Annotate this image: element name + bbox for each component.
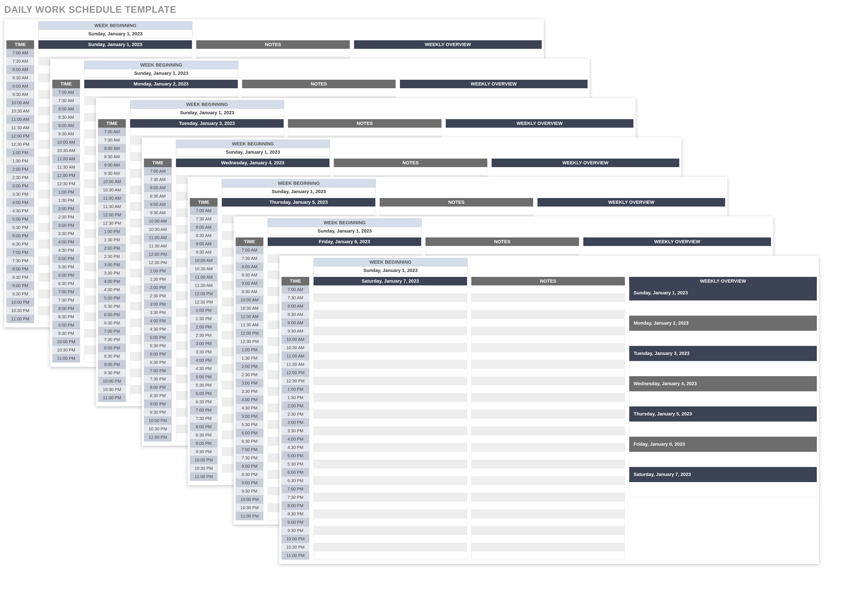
schedule-cell[interactable]: [313, 360, 467, 368]
schedule-cell[interactable]: [313, 435, 467, 443]
schedule-cell[interactable]: [176, 167, 329, 175]
schedule-cell[interactable]: [313, 452, 467, 460]
schedule-cell[interactable]: [313, 551, 467, 560]
schedule-cell[interactable]: [313, 285, 467, 294]
schedule-cell[interactable]: [313, 302, 467, 310]
overview-day[interactable]: Wednesday, January 4, 2023: [629, 376, 817, 392]
time-slot: 8:00 AM: [282, 302, 309, 310]
schedule-cell[interactable]: [313, 468, 467, 477]
col-header-notes: NOTES: [334, 158, 487, 167]
notes-cell[interactable]: [471, 360, 625, 368]
notes-cell[interactable]: [471, 327, 625, 335]
schedule-cell[interactable]: [313, 352, 467, 360]
schedule-cell[interactable]: [313, 343, 467, 352]
notes-cell[interactable]: [196, 49, 350, 57]
overview-day[interactable]: Friday, January 6, 2023: [629, 437, 817, 452]
schedule-cell[interactable]: [313, 427, 467, 435]
notes-cell[interactable]: [471, 319, 625, 327]
notes-cell[interactable]: [242, 88, 395, 97]
overview-day[interactable]: Tuesday, January 3, 2023: [629, 346, 817, 361]
notes-cell[interactable]: [471, 527, 625, 535]
time-column: 7:00 AM7:30 AM8:00 AM8:30 AM9:00 AM9:30 …: [190, 207, 217, 481]
schedule-cell[interactable]: [313, 319, 467, 327]
notes-cell[interactable]: [471, 418, 625, 427]
schedule-cell[interactable]: [313, 377, 467, 385]
schedule-cell[interactable]: [313, 294, 467, 302]
notes-cell[interactable]: [471, 551, 625, 560]
time-slot: 4:30 PM: [144, 325, 172, 333]
schedule-cell[interactable]: [313, 477, 467, 485]
schedule-cell[interactable]: [313, 310, 467, 319]
schedule-cell[interactable]: [222, 207, 375, 215]
notes-cell[interactable]: [471, 310, 625, 319]
schedule-cell[interactable]: [313, 543, 467, 551]
notes-cell[interactable]: [471, 477, 625, 485]
overview-day[interactable]: Saturday, January 7, 2023: [629, 467, 817, 482]
schedule-cell[interactable]: [313, 527, 467, 535]
notes-cell[interactable]: [471, 343, 625, 352]
notes-cell[interactable]: [471, 410, 625, 418]
overview-day[interactable]: Thursday, January 5, 2023: [629, 406, 817, 422]
notes-cell[interactable]: [471, 485, 625, 493]
schedule-cell[interactable]: [38, 49, 192, 57]
overview-day[interactable]: Sunday, January 1, 2023: [629, 285, 817, 301]
schedule-cell[interactable]: [267, 246, 421, 254]
col-header-notes: NOTES: [288, 119, 441, 128]
schedule-cell[interactable]: [313, 327, 467, 335]
notes-cell[interactable]: [471, 443, 625, 452]
notes-cell[interactable]: [471, 535, 625, 543]
notes-cell[interactable]: [471, 460, 625, 468]
time-slot: 7:30 AM: [144, 175, 172, 184]
notes-cell[interactable]: [471, 543, 625, 551]
schedule-cell[interactable]: [313, 393, 467, 402]
notes-cell[interactable]: [334, 167, 487, 175]
notes-cell[interactable]: [288, 128, 441, 136]
schedule-cell[interactable]: [313, 535, 467, 543]
notes-cell[interactable]: [471, 294, 625, 302]
time-slot: 6:30 PM: [282, 477, 309, 485]
time-slot: 8:00 AM: [190, 223, 217, 232]
notes-cell[interactable]: [471, 335, 625, 343]
notes-cell[interactable]: [471, 468, 625, 477]
schedule-cell[interactable]: [313, 443, 467, 452]
schedule-cell[interactable]: [313, 460, 467, 468]
schedule-cell[interactable]: [313, 502, 467, 510]
notes-cell[interactable]: [471, 518, 625, 527]
schedule-cell[interactable]: [313, 335, 467, 343]
notes-cell[interactable]: [471, 377, 625, 385]
notes-cell[interactable]: [471, 285, 625, 294]
notes-cell[interactable]: [426, 246, 579, 254]
col-header-time: TIME: [52, 80, 80, 88]
overview-column: Sunday, January 1, 2023Monday, January 2…: [629, 285, 817, 560]
schedule-cell[interactable]: [313, 493, 467, 502]
overview-day[interactable]: Monday, January 2, 2023: [629, 316, 817, 331]
notes-cell[interactable]: [471, 435, 625, 443]
notes-cell[interactable]: [471, 302, 625, 310]
notes-cell[interactable]: [471, 502, 625, 510]
notes-cell[interactable]: [471, 385, 625, 393]
notes-cell[interactable]: [471, 402, 625, 410]
notes-cell[interactable]: [471, 368, 625, 377]
schedule-cell[interactable]: [313, 485, 467, 493]
notes-cell[interactable]: [471, 427, 625, 435]
schedule-cell[interactable]: [313, 402, 467, 410]
schedule-cell[interactable]: [313, 518, 467, 527]
schedule-cell[interactable]: [313, 410, 467, 418]
notes-cell[interactable]: [471, 352, 625, 360]
schedule-cell[interactable]: [84, 88, 238, 97]
notes-cell[interactable]: [471, 452, 625, 460]
time-slot: 4:00 PM: [52, 238, 80, 246]
notes-cell[interactable]: [471, 493, 625, 502]
overview-spacer: [629, 422, 817, 437]
schedule-cell[interactable]: [313, 510, 467, 518]
schedule-cell[interactable]: [313, 418, 467, 427]
col-header-notes: NOTES: [426, 238, 579, 246]
notes-cell[interactable]: [380, 207, 533, 215]
schedule-cell[interactable]: [130, 128, 284, 136]
notes-cell[interactable]: [471, 393, 625, 402]
notes-cell[interactable]: [471, 510, 625, 518]
col-header-overview: WEEKLY OVERVIEW: [492, 158, 679, 167]
schedule-cell[interactable]: [313, 368, 467, 377]
time-slot: 5:00 PM: [52, 255, 80, 263]
schedule-cell[interactable]: [313, 385, 467, 393]
